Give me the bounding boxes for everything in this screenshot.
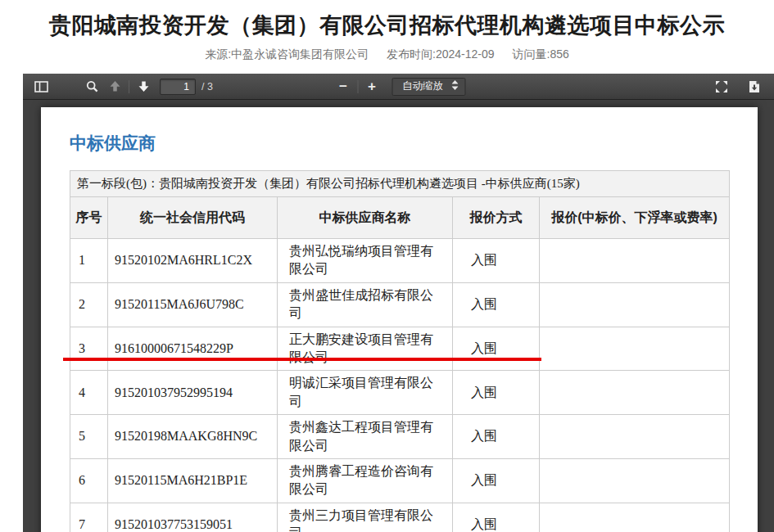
cell-credit-code: 91520115MA6J6U798C <box>108 282 278 327</box>
cell-credit-code: 91520102MA6HRL1C2X <box>108 239 278 283</box>
cell-index: 7 <box>70 503 108 532</box>
meta-source: 来源:中盈永诚咨询集团有限公司 <box>205 47 369 62</box>
red-underline-annotation <box>63 358 541 361</box>
download-icon <box>749 80 760 93</box>
table-header-row: 序号统一社会信用代码中标供应商名称报价方式报价(中标价、下浮率或费率) <box>70 197 730 239</box>
meta-visit-count: 访问量:856 <box>513 47 569 62</box>
previous-page-button[interactable] <box>103 76 126 97</box>
table-row: 4915201037952995194明诚汇采项目管理有限公司入围 <box>70 371 730 415</box>
doc-section-heading: 中标供应商 <box>70 132 758 155</box>
sidebar-toggle-button[interactable] <box>29 76 52 97</box>
cell-supplier-name: 贵州腾睿工程造价咨询有限公司 <box>278 458 453 503</box>
column-header: 序号 <box>70 197 108 239</box>
cell-price <box>540 239 730 283</box>
search-icon <box>86 80 98 92</box>
arrow-down-icon <box>138 80 150 92</box>
cell-supplier-name: 贵州弘悦瑞纳项目管理有限公司 <box>278 239 453 283</box>
pdf-page: 中标供应商 第一标段(包)：贵阳城南投资开发（集团）有限公司招标代理机构遴选项目… <box>41 107 758 532</box>
column-header: 中标供应商名称 <box>278 197 453 239</box>
cell-quote-mode: 入围 <box>453 371 540 415</box>
search-button[interactable] <box>80 76 103 97</box>
cell-price <box>540 327 730 371</box>
pdf-viewer: / 3 − + 自动缩放 <box>23 74 774 532</box>
table-row: 291520115MA6J6U798C贵州盛世佳成招标有限公司入围 <box>70 282 730 327</box>
zoom-level-select[interactable]: 自动缩放 <box>392 78 465 96</box>
meta-publish-time: 发布时间:2024-12-09 <box>387 47 495 62</box>
cell-price <box>540 503 730 532</box>
column-header: 报价(中标价、下浮率或费率) <box>540 197 730 239</box>
table-row: 7915201037753159051贵州三力项目管理有限公司入围 <box>70 503 730 532</box>
cell-index: 2 <box>70 282 108 327</box>
expand-icon <box>715 80 728 93</box>
cell-index: 5 <box>70 415 108 459</box>
cell-supplier-name: 贵州鑫达工程项目管理有限公司 <box>278 415 453 459</box>
zoom-out-button[interactable]: − <box>332 76 355 97</box>
article-meta: 来源:中盈永诚咨询集团有限公司 发布时间:2024-12-09 访问量:856 <box>0 47 774 62</box>
cell-credit-code: 915201037952995194 <box>108 371 278 415</box>
pdf-viewer-body: 中标供应商 第一标段(包)：贵阳城南投资开发（集团）有限公司招标代理机构遴选项目… <box>23 107 774 532</box>
zoom-level-label: 自动缩放 <box>402 79 443 93</box>
cell-quote-mode: 入围 <box>453 239 540 283</box>
cell-index: 4 <box>70 371 108 415</box>
cell-supplier-name: 正大鹏安建设项目管理有限公司 <box>278 327 453 371</box>
zoom-in-button[interactable]: + <box>360 76 383 97</box>
suppliers-table: 第一标段(包)：贵阳城南投资开发（集团）有限公司招标代理机构遴选项目 -中标供应… <box>70 170 730 532</box>
select-spinner-icon <box>451 80 458 92</box>
page-number-input[interactable] <box>160 79 196 95</box>
cell-price <box>540 458 730 503</box>
next-page-button[interactable] <box>132 76 155 97</box>
table-caption-row: 第一标段(包)：贵阳城南投资开发（集团）有限公司招标代理机构遴选项目 -中标供应… <box>70 171 730 197</box>
page-title: 贵阳城南投资开发（集团）有限公司招标代理机构遴选项目中标公示 <box>0 11 774 40</box>
cell-quote-mode: 入围 <box>453 327 540 371</box>
cell-index: 1 <box>70 239 108 283</box>
cell-supplier-name: 贵州盛世佳成招标有限公司 <box>278 282 453 327</box>
presentation-mode-button[interactable] <box>710 76 733 97</box>
cell-price <box>540 282 730 327</box>
cell-supplier-name: 贵州三力项目管理有限公司 <box>278 503 453 532</box>
pdf-toolbar: / 3 − + 自动缩放 <box>23 74 774 100</box>
cell-price <box>540 415 730 459</box>
table-caption: 第一标段(包)：贵阳城南投资开发（集团）有限公司招标代理机构遴选项目 -中标供应… <box>70 171 730 197</box>
table-row: 391610000671548229P正大鹏安建设项目管理有限公司入围 <box>70 327 730 371</box>
page-count-label: / 3 <box>201 81 213 92</box>
cell-credit-code: 91610000671548229P <box>108 327 278 371</box>
cell-price <box>540 371 730 415</box>
article-header: 贵阳城南投资开发（集团）有限公司招标代理机构遴选项目中标公示 来源:中盈永诚咨询… <box>0 11 774 62</box>
download-button[interactable] <box>743 76 766 97</box>
arrow-up-icon <box>109 80 121 92</box>
table-row: 591520198MAAKG8HN9C贵州鑫达工程项目管理有限公司入围 <box>70 415 730 459</box>
cell-index: 3 <box>70 327 108 371</box>
cell-quote-mode: 入围 <box>453 282 540 327</box>
column-header: 报价方式 <box>453 197 540 239</box>
cell-quote-mode: 入围 <box>453 415 540 459</box>
table-row: 691520115MA6H21BP1E贵州腾睿工程造价咨询有限公司入围 <box>70 458 730 503</box>
table-row: 191520102MA6HRL1C2X贵州弘悦瑞纳项目管理有限公司入围 <box>70 239 730 283</box>
column-header: 统一社会信用代码 <box>108 197 278 239</box>
sidebar-toggle-icon <box>34 81 48 92</box>
cell-credit-code: 91520198MAAKG8HN9C <box>108 415 278 459</box>
cell-quote-mode: 入围 <box>453 458 540 503</box>
cell-credit-code: 915201037753159051 <box>108 503 278 532</box>
cell-supplier-name: 明诚汇采项目管理有限公司 <box>278 371 453 415</box>
cell-quote-mode: 入围 <box>453 503 540 532</box>
cell-index: 6 <box>70 458 108 503</box>
cell-credit-code: 91520115MA6H21BP1E <box>108 458 278 503</box>
